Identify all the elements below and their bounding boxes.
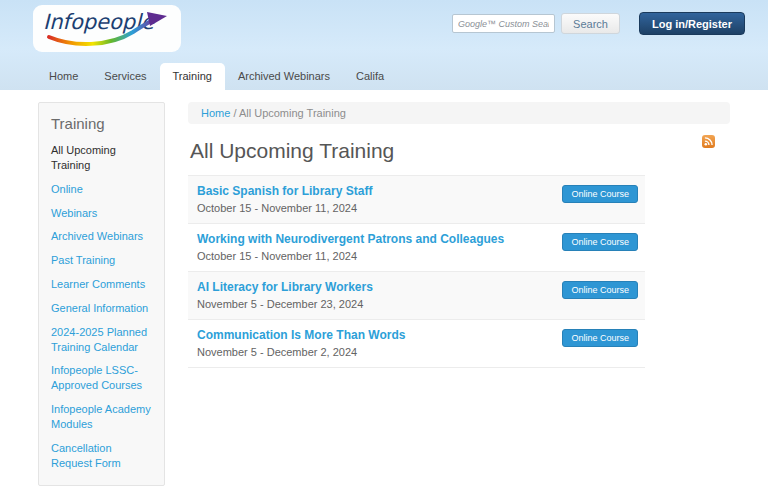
sidebar-item[interactable]: Online (51, 182, 154, 197)
breadcrumb-separator: / (230, 107, 239, 119)
sidebar-item[interactable]: Infopeople LSSC-Approved Courses (51, 363, 154, 393)
course-dates: November 5 - December 2, 2024 (197, 346, 636, 358)
sidebar-item[interactable]: General Information (51, 301, 154, 316)
course-row: Working with Neurodivergent Patrons and … (188, 223, 645, 271)
breadcrumb: Home / All Upcoming Training (188, 102, 730, 124)
rss-icon[interactable] (702, 135, 715, 148)
course-list: Basic Spanish for Library Staff October … (188, 175, 645, 368)
sidebar-item[interactable]: Past Training (51, 253, 154, 268)
infopeople-logo-icon: Infopeople (41, 6, 173, 48)
sidebar-title: Training (51, 115, 154, 132)
sidebar-item[interactable]: All Upcoming Training (51, 143, 154, 173)
main-column: Home / All Upcoming Training All Upcomin… (188, 102, 730, 486)
course-dates: October 15 - November 11, 2024 (197, 250, 636, 262)
nav-tab[interactable]: Califa (343, 63, 397, 90)
course-row: Communication Is More Than Words Novembe… (188, 319, 645, 367)
sidebar-item[interactable]: Infopeople Academy Modules (51, 402, 154, 432)
sidebar-item[interactable]: 2024-2025 Planned Training Calendar (51, 325, 154, 355)
course-row: Basic Spanish for Library Staff October … (188, 175, 645, 223)
sidebar-item[interactable]: Webinars (51, 206, 154, 221)
online-course-badge[interactable]: Online Course (562, 185, 638, 203)
main-nav: HomeServicesTrainingArchived WebinarsCal… (36, 63, 397, 90)
breadcrumb-current: All Upcoming Training (239, 107, 346, 119)
course-row: AI Literacy for Library Workers November… (188, 271, 645, 319)
sidebar-item[interactable]: Archived Webinars (51, 229, 154, 244)
sidebar-list: All Upcoming TrainingOnlineWebinarsArchi… (51, 143, 154, 471)
page-title: All Upcoming Training (190, 139, 730, 163)
course-dates: October 15 - November 11, 2024 (197, 202, 636, 214)
nav-tab[interactable]: Archived Webinars (225, 63, 343, 90)
sidebar-item[interactable]: Learner Comments (51, 277, 154, 292)
course-dates: November 5 - December 23, 2024 (197, 298, 636, 310)
online-course-badge[interactable]: Online Course (562, 233, 638, 251)
login-register-button[interactable]: Log in/Register (639, 12, 745, 35)
nav-tab[interactable]: Training (160, 63, 225, 90)
nav-tab[interactable]: Home (36, 63, 91, 90)
sidebar-item[interactable]: Cancellation Request Form (51, 441, 154, 471)
online-course-badge[interactable]: Online Course (562, 281, 638, 299)
search-button[interactable]: Search (561, 13, 620, 34)
nav-tab[interactable]: Services (91, 63, 159, 90)
content-area: Training All Upcoming TrainingOnlineWebi… (0, 90, 768, 486)
sidebar-training-menu: Training All Upcoming TrainingOnlineWebi… (38, 102, 165, 486)
infopeople-logo[interactable]: Infopeople (33, 5, 181, 52)
site-header: Infopeople Search Log in/Register HomeSe… (0, 0, 768, 90)
breadcrumb-home-link[interactable]: Home (201, 107, 230, 119)
online-course-badge[interactable]: Online Course (562, 329, 638, 347)
search-input[interactable] (452, 14, 555, 33)
